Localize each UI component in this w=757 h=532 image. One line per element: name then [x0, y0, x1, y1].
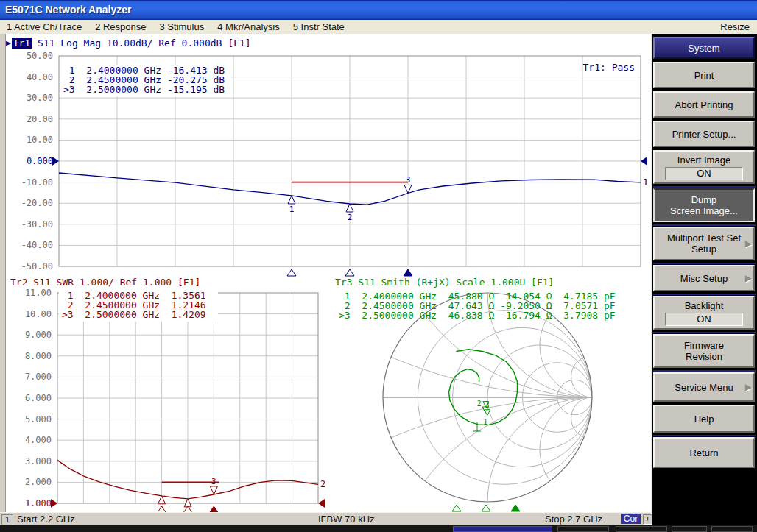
ref-level-arrow-icon	[52, 157, 59, 166]
tr3-header: Tr3 S11 Smith (R+jX) Scale 1.000U [F1]	[335, 277, 554, 288]
charts-canvas: 50.0040.0030.0020.0010.000.000-10.00-20.…	[0, 34, 651, 512]
menu-item-resize[interactable]: Resize	[713, 21, 757, 32]
softkey-label: Multiport Test Set	[667, 233, 741, 244]
y-tick-label: -10.00	[21, 177, 53, 188]
smith-x-arc	[487, 397, 651, 512]
stimulus-marker-icon	[452, 505, 461, 511]
instrument-screen: E5071C Network Analyzer 1 Active Ch/Trac…	[0, 0, 757, 532]
menu-item-3[interactable]: 3 Stimulus	[153, 21, 211, 32]
softkey-multiport-test-set-setup[interactable]: Multiport Test SetSetup▶	[653, 227, 755, 260]
limit-test-status: Tr1: Pass	[583, 62, 635, 73]
softkey-label: Backlight	[685, 300, 724, 311]
taskbar-fragment	[711, 526, 753, 532]
softkey-label: Firmware	[684, 340, 724, 351]
y-tick-label: 30.00	[27, 93, 53, 103]
marker-3-label: 3	[485, 401, 490, 409]
chart-tr1-log-mag: 50.0040.0030.0020.0010.000.000-10.00-20.…	[21, 51, 649, 276]
title-bar: E5071C Network Analyzer	[0, 0, 757, 20]
softkey-help[interactable]: Help	[653, 405, 755, 433]
softkey-print[interactable]: Print	[653, 62, 755, 88]
menu-item-5[interactable]: 5 Instr State	[286, 21, 351, 32]
y-tick-label: 5.000	[25, 414, 52, 425]
marker-table-row: >3 2.5000000 GHz 46.838 Ω -16.794 Ω 3.79…	[339, 310, 616, 321]
marker-table-row: >3 2.5000000 GHz 1.4209	[62, 309, 206, 320]
softkey-label: Abort Printing	[675, 99, 733, 110]
active-trace-arrow-icon: ▶	[6, 38, 11, 48]
stimulus-marker-icon	[209, 506, 218, 512]
taskbar-fragment	[672, 526, 707, 532]
softkey-label: Invert Image	[677, 155, 730, 166]
marker-2-glyph	[346, 204, 353, 212]
ref-level-arrow-icon	[51, 499, 57, 508]
trace-line	[449, 350, 518, 425]
y-tick-label: 10.00	[25, 309, 52, 319]
softkey-label: Return	[689, 447, 718, 458]
marker-1-glyph	[288, 196, 295, 204]
menu-item-1[interactable]: 1 Active Ch/Trace	[0, 21, 88, 32]
softkey-return[interactable]: Return	[653, 437, 755, 468]
softkey-firmware-revision[interactable]: FirmwareRevision	[653, 334, 755, 368]
menu-item-4[interactable]: 4 Mkr/Analysis	[211, 21, 286, 32]
marker-1-label: 1	[483, 418, 487, 426]
stimulus-marker-icon	[511, 505, 520, 511]
softkey-backlight[interactable]: BacklightON	[653, 296, 755, 330]
softkey-label: System	[688, 43, 719, 54]
correction-badge: Cor	[621, 514, 641, 524]
tr2-header-text: Tr2 S11 SWR 1.000/ Ref 1.000 [F1]	[10, 277, 200, 288]
y-tick-label: 1.000	[25, 498, 52, 508]
tr3-header-text: Tr3 S11 Smith (R+jX) Scale 1.000U [F1]	[335, 277, 554, 288]
stop-frequency: Stop 2.7 GHz	[545, 514, 602, 525]
submenu-arrow-icon: ▶	[745, 238, 752, 249]
softkey-separator	[653, 186, 756, 188]
softkey-menu: SystemPrintAbort PrintingPrinter Setup..…	[651, 34, 757, 532]
bottom-cutoff-strip	[0, 525, 757, 532]
y-tick-label: 20.00	[27, 114, 53, 124]
softkey-label: Screen Image...	[670, 205, 738, 216]
start-frequency: Start 2.2 GHz	[17, 514, 75, 525]
menu-bar: 1 Active Ch/Trace2 Response3 Stimulus4 M…	[0, 20, 757, 35]
softkey-misc-setup[interactable]: Misc Setup▶	[653, 265, 755, 291]
softkey-label: Service Menu	[675, 382, 733, 393]
submenu-arrow-icon: ▶	[745, 382, 752, 393]
softkey-separator	[653, 224, 756, 226]
softkey-label: Print	[694, 70, 714, 81]
y-tick-label: 11.00	[25, 288, 52, 298]
ref-level-arrow-icon	[318, 499, 325, 508]
menu-item-2[interactable]: 2 Response	[88, 21, 152, 32]
taskbar-fragment	[616, 526, 667, 532]
window-title: E5071C Network Analyzer	[5, 4, 131, 15]
alert-indicator: !	[643, 514, 652, 525]
marker-3-label: 3	[211, 477, 216, 486]
marker-table-row: >3 2.5000000 GHz -15.195 dB	[63, 84, 225, 95]
softkey-abort-printing[interactable]: Abort Printing	[653, 91, 755, 118]
softkey-label: Dump	[691, 194, 717, 205]
stimulus-marker-icon	[404, 269, 412, 276]
y-tick-label: 6.000	[25, 393, 52, 403]
ref-level-arrow-icon	[641, 157, 647, 166]
chart-tr2-swr: 11.0010.009.0008.0007.0006.0005.0004.000…	[25, 288, 325, 512]
softkey-separator	[653, 294, 756, 295]
softkey-label: Help	[694, 414, 714, 425]
tr1-header: ▶Tr1 S11 Log Mag 10.00dB/ Ref 0.000dB [F…	[6, 38, 251, 49]
y-tick-label: 2.000	[25, 477, 52, 487]
softkey-system[interactable]: System	[653, 37, 755, 59]
softkey-toggle-value: ON	[665, 313, 743, 326]
stimulus-marker-icon	[345, 269, 354, 276]
y-tick-label: 40.00	[27, 72, 53, 82]
y-tick-label: -20.00	[21, 198, 53, 208]
trace-number-label: 1	[643, 177, 648, 188]
softkey-separator	[653, 435, 756, 436]
stimulus-marker-icon	[287, 269, 296, 276]
softkey-dump-screen-image[interactable]: DumpScreen Image...	[653, 188, 755, 222]
softkey-printer-setup[interactable]: Printer Setup...	[653, 121, 755, 147]
tr1-badge[interactable]: Tr1	[12, 38, 32, 49]
softkey-separator	[653, 332, 756, 333]
taskbar-fragment	[557, 526, 609, 532]
y-tick-label: 50.00	[27, 51, 53, 61]
softkey-service-menu[interactable]: Service Menu▶	[653, 372, 755, 402]
softkey-invert-image[interactable]: Invert ImageON	[653, 150, 755, 184]
y-tick-label: 9.000	[25, 330, 52, 340]
y-tick-label: 3.000	[25, 456, 52, 467]
marker-3-label: 3	[406, 175, 411, 185]
y-tick-label: 0.000	[27, 156, 53, 166]
